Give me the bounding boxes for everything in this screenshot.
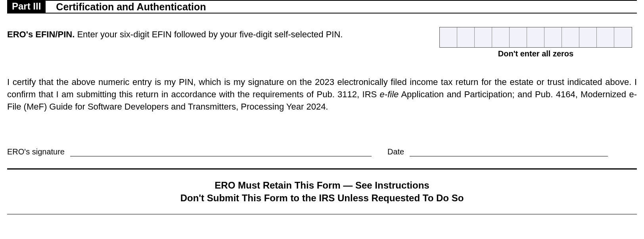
footer-line-1: ERO Must Retain This Form — See Instruct… (7, 179, 637, 192)
pin-box-7[interactable] (544, 27, 562, 47)
efin-instruction: Enter your six-digit EFIN followed by yo… (75, 29, 343, 39)
part-label: Part III (7, 1, 46, 13)
signature-row: ERO's signature Date (7, 147, 637, 156)
ero-signature-group: ERO's signature (7, 147, 372, 156)
pin-box-1[interactable] (440, 27, 457, 47)
efin-instruction-text: ERO's EFIN/PIN. Enter your six-digit EFI… (7, 27, 424, 40)
efin-label: ERO's EFIN/PIN. (7, 29, 75, 39)
pin-box-10[interactable] (597, 27, 614, 47)
pin-box-6[interactable] (527, 27, 544, 47)
pin-box-5[interactable] (510, 27, 527, 47)
pin-box-8[interactable] (562, 27, 579, 47)
pin-boxes[interactable] (439, 27, 632, 48)
heavy-rule (7, 168, 637, 170)
footer-notice: ERO Must Retain This Form — See Instruct… (7, 179, 637, 205)
certification-paragraph: I certify that the above numeric entry i… (7, 76, 637, 113)
pin-box-4[interactable] (492, 27, 510, 47)
cert-text-italic: e-file (380, 89, 399, 99)
part-header: Part III Certification and Authenticatio… (7, 0, 637, 13)
part-title: Certification and Authentication (56, 1, 206, 13)
pin-caption: Don't enter all zeros (498, 49, 573, 58)
ero-signature-label: ERO's signature (7, 147, 70, 156)
efin-pin-row: ERO's EFIN/PIN. Enter your six-digit EFI… (7, 27, 637, 58)
thin-rule (7, 214, 637, 214)
date-group: Date (387, 147, 608, 156)
pin-box-11[interactable] (614, 27, 632, 47)
footer-line-2: Don't Submit This Form to the IRS Unless… (7, 192, 637, 204)
pin-box-2[interactable] (457, 27, 475, 47)
date-line[interactable] (410, 148, 608, 156)
pin-boxes-container: Don't enter all zeros (439, 27, 632, 58)
date-label: Date (387, 147, 410, 156)
pin-box-9[interactable] (579, 27, 597, 47)
pin-box-3[interactable] (475, 27, 492, 47)
ero-signature-line[interactable] (70, 148, 372, 156)
